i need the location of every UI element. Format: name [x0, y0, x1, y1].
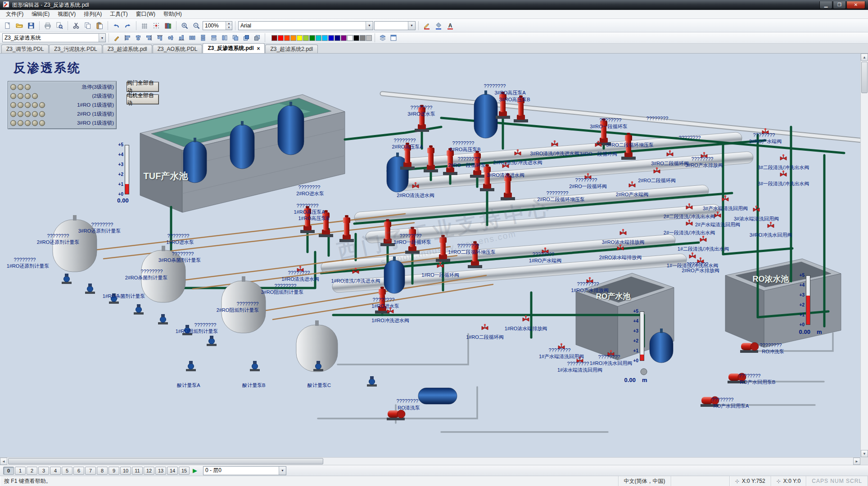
to-front-icon[interactable]: [241, 33, 251, 43]
dosing-pump[interactable]: [186, 361, 196, 371]
palette-color-swatch[interactable]: [309, 35, 315, 41]
redo-icon[interactable]: [122, 20, 133, 31]
valve-icon[interactable]: [482, 324, 488, 330]
dosing-pump[interactable]: [85, 284, 95, 294]
palette-color-swatch[interactable]: [284, 35, 290, 41]
undo-icon[interactable]: [111, 20, 122, 31]
palette-color-swatch[interactable]: [347, 35, 353, 41]
valve-icon[interactable]: [686, 220, 692, 225]
palette-color-swatch[interactable]: [290, 35, 296, 41]
horizontal-scrollbar[interactable]: ◄ ►: [0, 457, 860, 465]
object-name-input[interactable]: [5, 35, 99, 41]
interlock-lamp-icon[interactable]: [10, 93, 16, 99]
palette-color-swatch[interactable]: [360, 35, 366, 41]
tab-Z3_污泥脱水.PDL[interactable]: Z3_污泥脱水.PDL: [49, 45, 102, 53]
valves-all-auto-button[interactable]: 阀门全部自动: [127, 82, 159, 92]
menu-排列(A)[interactable]: 排列(A): [80, 9, 106, 19]
distribute-h-icon[interactable]: [187, 33, 197, 43]
valve-icon[interactable]: [700, 236, 706, 242]
layer-button-1[interactable]: 1: [15, 467, 26, 475]
palette-color-swatch[interactable]: [366, 35, 372, 41]
zoom-out-icon[interactable]: [191, 20, 202, 31]
interlock-lamp-icon[interactable]: [32, 111, 38, 117]
palette-color-swatch[interactable]: [303, 35, 309, 41]
palette-color-swatch[interactable]: [271, 35, 277, 41]
motors-all-auto-button[interactable]: 电机全部自动: [127, 94, 159, 104]
interlock-lamp-icon[interactable]: [10, 111, 16, 117]
interlock-lamp-icon[interactable]: [39, 111, 45, 117]
close-button[interactable]: ✕: [846, 1, 865, 9]
layer-button-8[interactable]: 8: [97, 467, 108, 475]
object-name-combobox[interactable]: ▼: [2, 33, 106, 42]
interlock-lamp-icon[interactable]: [25, 84, 31, 90]
layer-button-3[interactable]: 3: [38, 467, 49, 475]
valve-icon[interactable]: [523, 315, 529, 321]
layer-button-2[interactable]: 2: [27, 467, 37, 475]
distribute-v-icon[interactable]: [198, 33, 208, 43]
layer-go-icon[interactable]: ▶: [193, 467, 197, 474]
font-size-combobox[interactable]: ▼: [374, 21, 416, 30]
interlock-lamp-icon[interactable]: [39, 120, 45, 126]
layer-button-15[interactable]: 15: [179, 467, 190, 475]
palette-color-swatch[interactable]: [328, 35, 334, 41]
print-icon[interactable]: [42, 20, 53, 31]
same-height-icon[interactable]: [220, 33, 230, 43]
library-icon[interactable]: [163, 20, 173, 31]
palette-color-swatch[interactable]: [341, 35, 347, 41]
dosing-pump[interactable]: [158, 314, 168, 324]
align-left-icon[interactable]: [122, 33, 132, 43]
pump-horizontal[interactable]: [387, 410, 405, 420]
dosing-pump[interactable]: [207, 336, 217, 346]
pressure-vessel[interactable]: [230, 121, 254, 169]
interlock-lamp-icon[interactable]: [32, 93, 38, 99]
align-bottom-icon[interactable]: [176, 33, 186, 43]
pressure-vessel[interactable]: [278, 102, 304, 155]
page-title[interactable]: 反渗透系统: [14, 60, 81, 76]
pump-vertical[interactable]: [339, 215, 354, 242]
interlock-lamp-icon[interactable]: [10, 102, 16, 108]
minimize-button[interactable]: ▁: [819, 1, 832, 9]
interlock-lamp-icon[interactable]: [25, 93, 31, 99]
layer-button-5[interactable]: 5: [62, 467, 72, 475]
dosing-pump[interactable]: [62, 274, 72, 284]
menu-窗口(W)[interactable]: 窗口(W): [132, 9, 159, 19]
tab-Z3_反渗透系统.pdl[interactable]: Z3_反渗透系统.pdl×: [203, 43, 265, 53]
layer-button-7[interactable]: 7: [85, 467, 96, 475]
interlock-lamp-icon[interactable]: [25, 120, 31, 126]
blue-horizontal-tank[interactable]: [418, 388, 457, 404]
preview-icon[interactable]: [54, 20, 65, 31]
layer-button-4[interactable]: 4: [50, 467, 61, 475]
maximize-button[interactable]: ❐: [833, 1, 846, 9]
zoom-in-icon[interactable]: [179, 20, 190, 31]
layer-button-12[interactable]: 12: [144, 467, 154, 475]
dosing-pump[interactable]: [367, 376, 377, 387]
align-top-icon[interactable]: [155, 33, 165, 43]
valve-icon[interactable]: [768, 222, 774, 228]
tab-Z3_超滤系统.pdl[interactable]: Z3_超滤系统.pdl: [103, 45, 152, 53]
tab-Z3_超滤系统2.pdl[interactable]: Z3_超滤系统2.pdl: [265, 45, 318, 53]
layer-button-9[interactable]: 9: [108, 467, 119, 475]
interlock-lamp-icon[interactable]: [10, 120, 16, 126]
interlock-panel[interactable]: 急停(3级连锁)(2级连锁)1#RO (1级连锁)2#RO (1级连锁)3#RO…: [8, 81, 117, 129]
layer-button-10[interactable]: 10: [120, 467, 131, 475]
fill-color-icon[interactable]: [433, 20, 444, 31]
menu-帮助(H)[interactable]: 帮助(H): [159, 9, 186, 19]
interlock-lamp-icon[interactable]: [18, 84, 23, 90]
status-language[interactable]: 中文(简体，中国): [619, 476, 671, 486]
snap-icon[interactable]: [151, 20, 162, 31]
layer-selector-combobox[interactable]: 0 - 层0▼: [203, 466, 286, 475]
interlock-lamp-icon[interactable]: [32, 120, 38, 126]
tab-close-icon[interactable]: ×: [257, 45, 260, 52]
valve-icon[interactable]: [620, 229, 626, 235]
valve-icon[interactable]: [780, 171, 787, 176]
interlock-lamp-icon[interactable]: [32, 102, 38, 108]
same-size-icon[interactable]: [231, 33, 240, 43]
palette-color-swatch[interactable]: [322, 35, 328, 41]
font-combobox[interactable]: Arial▼: [238, 21, 373, 30]
window-icon[interactable]: [389, 33, 398, 43]
open-icon[interactable]: [14, 20, 25, 31]
interlock-lamp-icon[interactable]: [25, 111, 31, 117]
align-middle-icon[interactable]: [166, 33, 176, 43]
menu-工具(T)[interactable]: 工具(T): [106, 9, 131, 19]
layers-icon[interactable]: [378, 33, 388, 43]
